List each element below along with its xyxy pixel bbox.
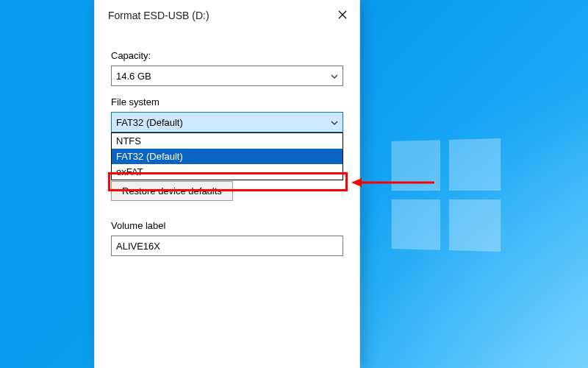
capacity-label: Capacity: [111,50,343,61]
filesystem-label: File system [111,96,343,107]
volume-label-label: Volume label [111,220,343,231]
restore-defaults-button[interactable]: Restore device defaults [111,181,233,201]
capacity-value: 14.6 GB [116,71,331,82]
volume-label-input[interactable] [111,236,343,256]
format-dialog: Format ESD-USB (D:) Capacity: 14.6 GB Fi… [94,0,360,368]
filesystem-dropdown: NTFS FAT32 (Default) exFAT [111,132,343,180]
titlebar[interactable]: Format ESD-USB (D:) [95,0,359,31]
close-button[interactable] [326,0,359,31]
filesystem-value: FAT32 (Default) [116,117,331,128]
filesystem-option-exfat[interactable]: exFAT [112,164,343,180]
chevron-down-icon [331,118,338,127]
capacity-select[interactable]: 14.6 GB [111,66,343,86]
filesystem-select[interactable]: FAT32 (Default) NTFS FAT32 (Default) exF… [111,112,343,132]
filesystem-option-ntfs[interactable]: NTFS [112,133,343,149]
close-icon [338,9,347,22]
chevron-down-icon [331,72,338,80]
windows-logo [392,138,501,252]
annotation-arrow [350,175,438,190]
restore-defaults-label: Restore device defaults [122,185,222,197]
svg-marker-3 [351,178,362,187]
window-title: Format ESD-USB (D:) [108,10,326,21]
filesystem-option-fat32[interactable]: FAT32 (Default) [112,149,343,164]
